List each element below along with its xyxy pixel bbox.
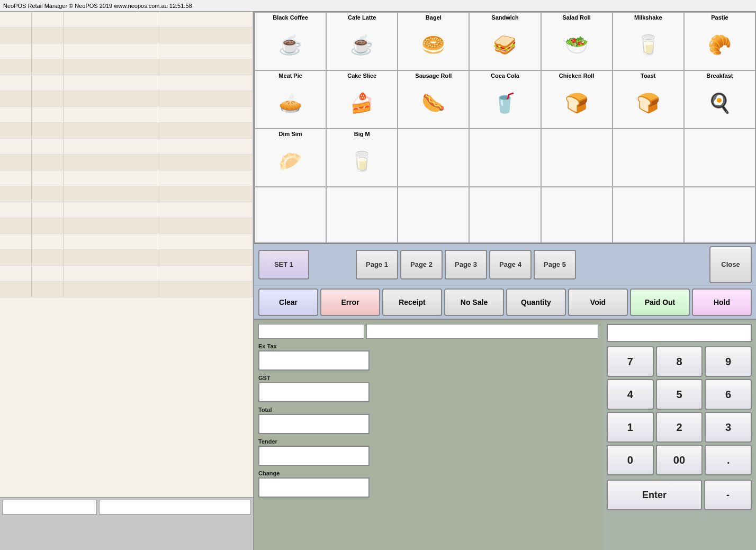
- page5-button[interactable]: Page 5: [534, 250, 576, 279]
- product-cell[interactable]: [255, 187, 326, 243]
- product-cell[interactable]: [469, 187, 541, 243]
- numpad-display[interactable]: [607, 324, 752, 342]
- hold-button[interactable]: Hold: [692, 288, 752, 316]
- page3-button[interactable]: Page 3: [445, 250, 487, 279]
- table-row[interactable]: [0, 12, 253, 28]
- void-button[interactable]: Void: [568, 288, 628, 316]
- table-row[interactable]: [0, 123, 253, 139]
- numpad-area: 789456123000. Enter -: [602, 320, 756, 550]
- product-cell[interactable]: Meat Pie🥧: [255, 70, 326, 129]
- numpad-button-3[interactable]: 3: [705, 412, 752, 443]
- product-cell[interactable]: [398, 129, 469, 187]
- extax-input[interactable]: [258, 350, 370, 371]
- product-cell[interactable]: Salad Roll🥗: [541, 12, 613, 70]
- product-cell[interactable]: Pastie🥐: [684, 12, 755, 70]
- table-row[interactable]: [0, 234, 253, 250]
- close-button[interactable]: Close: [709, 246, 752, 283]
- receipt-button[interactable]: Receipt: [382, 288, 442, 316]
- product-cell[interactable]: Toast🍞: [613, 70, 684, 129]
- numpad-button-8[interactable]: 8: [656, 346, 703, 377]
- product-cell[interactable]: Black Coffee☕: [255, 12, 326, 70]
- numpad-button-2[interactable]: 2: [656, 412, 703, 443]
- tender-input[interactable]: [258, 446, 370, 466]
- numpad-grid: 789456123000.: [607, 346, 752, 475]
- table-cell: [32, 170, 64, 186]
- product-cell[interactable]: [326, 187, 398, 243]
- product-cell[interactable]: Sandwich🥪: [469, 12, 541, 70]
- numpad-button-00[interactable]: 00: [656, 445, 703, 475]
- gst-input[interactable]: [258, 382, 370, 402]
- product-cell[interactable]: Dim Sim🥟: [255, 129, 326, 187]
- table-cell: [64, 123, 158, 138]
- table-row[interactable]: [0, 186, 253, 202]
- error-button[interactable]: Error: [320, 288, 380, 316]
- table-cell: [0, 59, 32, 75]
- product-cell[interactable]: [613, 187, 684, 243]
- numpad-button-6[interactable]: 6: [705, 379, 752, 410]
- total-input[interactable]: [258, 414, 370, 434]
- product-cell[interactable]: Big M🥛: [326, 129, 398, 187]
- numpad-button-7[interactable]: 7: [607, 346, 654, 377]
- product-cell[interactable]: [684, 187, 755, 243]
- table-cell: [64, 282, 158, 297]
- page2-button[interactable]: Page 2: [400, 250, 443, 279]
- table-row[interactable]: [0, 139, 253, 155]
- product-cell[interactable]: Bagel🥯: [398, 12, 469, 70]
- change-input[interactable]: [258, 477, 370, 498]
- product-cell[interactable]: Cafe Latte☕: [326, 12, 398, 70]
- product-image: ☕: [350, 21, 374, 69]
- table-row[interactable]: [0, 43, 253, 59]
- product-cell[interactable]: Sausage Roll🌭: [398, 70, 469, 129]
- receipt-field-2[interactable]: [366, 324, 598, 339]
- table-row[interactable]: [0, 218, 253, 234]
- numpad-button-0[interactable]: 0: [607, 445, 654, 475]
- product-cell[interactable]: [541, 187, 613, 243]
- set1-button[interactable]: SET 1: [258, 250, 309, 279]
- table-cell: [158, 218, 253, 233]
- numpad-button-5[interactable]: 5: [656, 379, 703, 410]
- table-row[interactable]: [0, 75, 253, 91]
- table-cell: [32, 43, 64, 59]
- product-cell[interactable]: Cake Slice🍰: [326, 70, 398, 129]
- numpad-button-4[interactable]: 4: [607, 379, 654, 410]
- product-name: Coca Cola: [471, 72, 539, 79]
- paidout-button[interactable]: Paid Out: [630, 288, 690, 316]
- product-cell[interactable]: [398, 187, 469, 243]
- quantity-button[interactable]: Quantity: [506, 288, 566, 316]
- page4-button[interactable]: Page 4: [489, 250, 532, 279]
- table-row[interactable]: [0, 59, 253, 75]
- product-cell[interactable]: Coca Cola🥤: [469, 70, 541, 129]
- product-cell[interactable]: [469, 129, 541, 187]
- product-cell[interactable]: Milkshake🥛: [613, 12, 684, 70]
- bottom-input-2[interactable]: [99, 500, 251, 515]
- receipt-field-1[interactable]: [258, 324, 364, 339]
- product-cell[interactable]: [541, 129, 613, 187]
- table-row[interactable]: [0, 202, 253, 218]
- clear-button[interactable]: Clear: [258, 288, 318, 316]
- table-row[interactable]: [0, 282, 253, 297]
- table-cell: [64, 202, 158, 218]
- product-cell[interactable]: [684, 129, 755, 187]
- page1-button[interactable]: Page 1: [356, 250, 398, 279]
- table-row[interactable]: [0, 170, 253, 186]
- table-row[interactable]: [0, 91, 253, 107]
- nosale-button[interactable]: No Sale: [444, 288, 504, 316]
- table-cell: [0, 170, 32, 186]
- product-cell[interactable]: Chicken Roll🍞: [541, 70, 613, 129]
- numpad-button-dot[interactable]: .: [705, 445, 752, 475]
- numpad-button-9[interactable]: 9: [705, 346, 752, 377]
- numpad-button-1[interactable]: 1: [607, 412, 654, 443]
- minus-button[interactable]: -: [704, 480, 752, 510]
- table-row[interactable]: [0, 250, 253, 266]
- bottom-input-1[interactable]: [2, 500, 97, 515]
- table-cell: [32, 91, 64, 106]
- product-cell[interactable]: [613, 129, 684, 187]
- product-image: 🥛: [636, 21, 660, 69]
- product-image: 🥟: [278, 138, 302, 185]
- table-row[interactable]: [0, 155, 253, 170]
- enter-button[interactable]: Enter: [607, 480, 702, 510]
- product-cell[interactable]: Breakfast🍳: [684, 70, 755, 129]
- table-row[interactable]: [0, 107, 253, 123]
- table-row[interactable]: [0, 28, 253, 43]
- table-row[interactable]: [0, 266, 253, 282]
